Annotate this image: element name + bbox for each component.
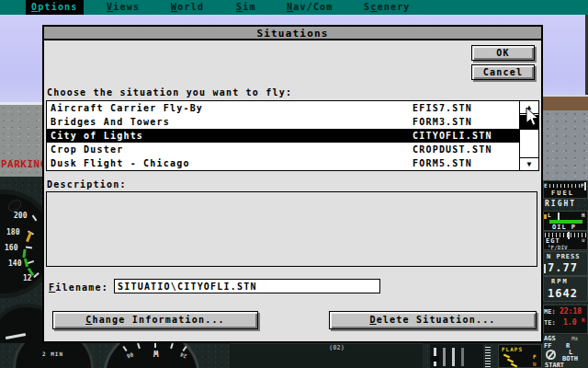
change-information-button[interactable]: Change Information...	[52, 311, 258, 329]
trim-scale	[485, 345, 491, 367]
list-item[interactable]: Dusk Flight - ChicagoFORM5.STN	[47, 156, 538, 170]
throttle-levers	[430, 344, 483, 368]
ok-button[interactable]: OK	[471, 45, 535, 61]
menu-item-world[interactable]: World	[171, 0, 204, 15]
scroll-down-icon[interactable]: ▼	[520, 157, 538, 170]
list-item-selected[interactable]: City of LightsCITYOFLI.STN	[47, 129, 538, 143]
flaps-label: FLAPS	[502, 346, 523, 352]
dialog-title: Situations	[44, 27, 541, 40]
ground-right	[543, 110, 588, 180]
cancel-button[interactable]: Cancel	[471, 64, 535, 80]
right-instrument-panel: E F FUEL RIGHT L H OIL P EGT u °F/DIV N …	[543, 180, 588, 368]
bottom-instrument-panel: 2 MIN 06 W 24 (02) FLAPS F N	[0, 343, 588, 368]
parking-sign: PARKING	[1, 158, 43, 170]
console-label: (02)	[329, 344, 345, 351]
magneto-switch: AGS M± FF R L BOTH START	[543, 335, 588, 368]
ignition-key-icon	[546, 350, 556, 360]
filename-label: Filename:	[49, 282, 108, 293]
asi-160: 160	[5, 244, 17, 252]
fuel-selector-label: RIGHT	[545, 200, 576, 208]
list-item[interactable]: Aircraft Carrier Fly-ByEFIS7.STN	[47, 101, 538, 115]
oil-pressure-gauge: L H OIL P	[543, 211, 588, 231]
fuel-gauge: E F FUEL	[543, 180, 588, 199]
menu-bar: Options Views World Sim Nav/Com Scenery	[0, 0, 588, 15]
list-item[interactable]: Crop DusterCROPDUST.STN	[47, 143, 538, 156]
rpm-readout: RPM 1642	[543, 276, 588, 302]
left-instrument-panel: 200 180 160 140 12	[0, 177, 42, 368]
filename-input[interactable]	[114, 279, 380, 293]
menu-item-scenery[interactable]: Scenery	[364, 0, 411, 15]
fs5-screen: PARKING Options Views World Sim Nav/Com …	[0, 0, 588, 368]
egt-gauge: EGT u °F/DIV	[543, 231, 588, 250]
center-console	[230, 343, 423, 368]
flaps-indicator: FLAPS F N	[498, 344, 542, 368]
asi-180: 180	[6, 228, 19, 236]
manifold-pressure-readout: N PRESS 7.77	[543, 251, 588, 276]
menu-item-sim[interactable]: Sim	[236, 0, 256, 15]
mouse-cursor	[526, 107, 539, 127]
menu-item-navcom[interactable]: Nav/Com	[287, 0, 334, 15]
horizon-terrain	[543, 95, 588, 110]
asi-200: 200	[14, 212, 27, 220]
situations-dialog: Situations OK Cancel Choose the situatio…	[42, 25, 543, 343]
list-item[interactable]: Bridges And TowersFORM3.STN	[47, 115, 538, 129]
description-label: Description:	[47, 179, 127, 190]
menu-item-options[interactable]: Options	[26, 0, 84, 15]
compass-west-label: W	[153, 349, 158, 358]
asi-140: 140	[8, 259, 21, 268]
menu-item-views[interactable]: Views	[107, 0, 140, 15]
description-box	[46, 191, 537, 267]
list-label: Choose the situation you want to fly:	[47, 87, 292, 98]
timer-readout: ME: 22:18 TE: 1.0 R	[543, 305, 588, 334]
asi-120: 12	[23, 274, 32, 282]
situation-listbox: Aircraft Carrier Fly-ByEFIS7.STN Bridges…	[46, 100, 539, 171]
delete-situation-button[interactable]: Delete Situation...	[329, 311, 537, 329]
turn-gauge-label: 2 MIN	[42, 351, 63, 357]
